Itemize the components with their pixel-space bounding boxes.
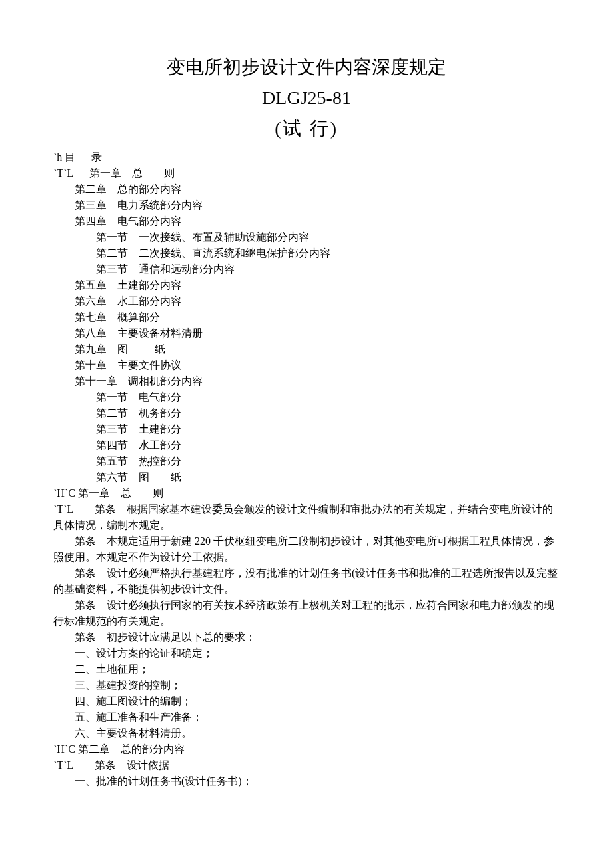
toc-ch4-sub-0: 第一节 一次接线、布置及辅助设施部分内容 bbox=[53, 229, 560, 245]
toc-item-1: 第三章 电力系统部分内容 bbox=[53, 197, 560, 213]
toc-ch4-sub-1: 第二节 二次接线、直流系统和继电保护部分内容 bbox=[53, 245, 560, 261]
toc-ch11-sub-2: 第三节 土建部分 bbox=[53, 421, 560, 437]
toc-ch11-sublist: 第一节 电气部分第二节 机务部分第三节 土建部分第四节 水工部分第五节 热控部分… bbox=[53, 389, 560, 485]
ch2-line-0: `T`L 第条 设计依据 bbox=[53, 757, 560, 773]
toc-ch4-sublist: 第一节 一次接线、布置及辅助设施部分内容第二节 二次接线、直流系统和继电保护部分… bbox=[53, 229, 560, 277]
toc-item2-2: 第七章 概算部分 bbox=[53, 309, 560, 325]
chapter-1-body: `T`L 第条 根据国家基本建设委员会颁发的设计文件编制和审批办法的有关规定，并… bbox=[53, 501, 560, 741]
chapter-1-header: `H`C 第一章 总 则 bbox=[53, 485, 560, 501]
toc-item2-1: 第六章 水工部分内容 bbox=[53, 293, 560, 309]
toc-ch11-sub-4: 第五节 热控部分 bbox=[53, 453, 560, 469]
toc-ch4-sub-2: 第三节 通信和远动部分内容 bbox=[53, 261, 560, 277]
toc-list-1: 第二章 总的部分内容第三章 电力系统部分内容第四章 电气部分内容 bbox=[53, 181, 560, 229]
toc-ch11-sub-3: 第四节 水工部分 bbox=[53, 437, 560, 453]
ch1-line-4: 第条 初步设计应满足以下总的要求： bbox=[53, 629, 560, 645]
ch1-line-1: 第条 本规定适用于新建 220 千伏枢纽变电所二段制初步设计，对其他变电所可根据… bbox=[53, 533, 560, 565]
ch1-line-2: 第条 设计必须严格执行基建程序，没有批准的计划任务书(设计任务书和批准的工程选所… bbox=[53, 565, 560, 597]
ch1-line-5: 一、设计方案的论证和确定； bbox=[53, 645, 560, 661]
document-title: 变电所初步设计文件内容深度规定 bbox=[53, 53, 560, 81]
toc-ch1: `T`L 第一章 总 则 bbox=[53, 165, 560, 181]
toc-item2-5: 第十章 主要文件协议 bbox=[53, 357, 560, 373]
toc-header: `h 目 录 bbox=[53, 149, 560, 165]
toc-item2-0: 第五章 土建部分内容 bbox=[53, 277, 560, 293]
ch1-line-10: 六、主要设备材料清册。 bbox=[53, 725, 560, 741]
ch2-line-1: 一、批准的计划任务书(设计任务书)； bbox=[53, 773, 560, 789]
toc-item-2: 第四章 电气部分内容 bbox=[53, 213, 560, 229]
ch1-line-6: 二、土地征用； bbox=[53, 661, 560, 677]
toc-ch11-sub-1: 第二节 机务部分 bbox=[53, 405, 560, 421]
toc-item2-3: 第八章 主要设备材料清册 bbox=[53, 325, 560, 341]
ch1-line-0: `T`L 第条 根据国家基本建设委员会颁发的设计文件编制和审批办法的有关规定，并… bbox=[53, 501, 560, 533]
toc-item-0: 第二章 总的部分内容 bbox=[53, 181, 560, 197]
document-code: DLGJ25-81 bbox=[53, 84, 560, 112]
toc-list-2: 第五章 土建部分内容第六章 水工部分内容第七章 概算部分第八章 主要设备材料清册… bbox=[53, 277, 560, 389]
chapter-2-header: `H`C 第二章 总的部分内容 bbox=[53, 741, 560, 757]
ch1-line-3: 第条 设计必须执行国家的有关技术经济政策有上极机关对工程的批示，应符合国家和电力… bbox=[53, 597, 560, 629]
document-status: (试 行) bbox=[53, 115, 560, 143]
ch1-line-7: 三、基建投资的控制； bbox=[53, 677, 560, 693]
ch1-line-8: 四、施工图设计的编制； bbox=[53, 693, 560, 709]
chapter-2-body: `T`L 第条 设计依据 一、批准的计划任务书(设计任务书)； bbox=[53, 757, 560, 789]
toc-ch11-sub-5: 第六节 图 纸 bbox=[53, 469, 560, 485]
toc-item2-4: 第九章 图 纸 bbox=[53, 341, 560, 357]
toc-ch11-sub-0: 第一节 电气部分 bbox=[53, 389, 560, 405]
toc-item2-6: 第十一章 调相机部分内容 bbox=[53, 373, 560, 389]
ch1-line-9: 五、施工准备和生产准备； bbox=[53, 709, 560, 725]
